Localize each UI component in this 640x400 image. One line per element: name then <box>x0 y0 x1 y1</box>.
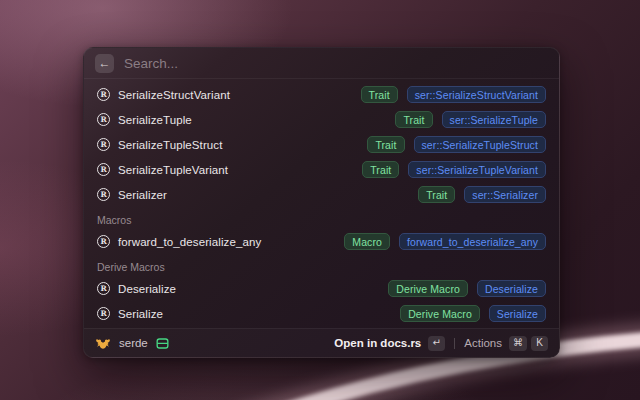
rust-logo-icon: R <box>97 307 110 320</box>
rust-logo-icon: R <box>97 188 110 201</box>
kind-badge: Trait <box>395 111 432 128</box>
result-row[interactable]: R SerializeStructVariant Trait ser::Seri… <box>84 82 559 107</box>
actions-shortcut-keys: ⌘K <box>509 336 548 351</box>
footer-actions: Open in docs.rs ↵ Actions ⌘K <box>334 336 548 351</box>
kind-badge: Derive Macro <box>400 305 480 322</box>
path-badge: ser::Serializer <box>464 186 546 203</box>
path-badge: ser::SerializeTupleStruct <box>414 136 547 153</box>
result-row[interactable]: R Serialize Derive Macro Serialize <box>84 301 559 326</box>
footer-bar: serde Open in docs.rs ↵ Actions ⌘K <box>84 328 559 357</box>
badge-group: Macro forward_to_deserialize_any <box>344 233 546 250</box>
badge-group: Trait ser::SerializeStructVariant <box>361 86 546 103</box>
path-badge: ser::SerializeTupleVariant <box>408 161 546 178</box>
badge-group: Trait ser::SerializeTupleVariant <box>362 161 546 178</box>
result-name: SerializeTupleVariant <box>118 164 228 176</box>
kind-badge: Trait <box>362 161 399 178</box>
result-name: Serialize <box>118 308 163 320</box>
kind-badge: Derive Macro <box>388 280 468 297</box>
result-row[interactable]: R Serializer Trait ser::Serializer <box>84 182 559 207</box>
rust-logo-icon: R <box>97 138 110 151</box>
kind-badge: Trait <box>418 186 455 203</box>
result-name: forward_to_deserialize_any <box>118 236 261 248</box>
rust-logo-icon: R <box>97 113 110 126</box>
back-button[interactable]: ← <box>95 54 114 73</box>
enter-key-icon: ↵ <box>428 336 445 351</box>
kind-badge: Trait <box>367 136 404 153</box>
result-name: SerializeTuple <box>118 114 192 126</box>
result-row[interactable]: R SerializeTupleVariant Trait ser::Seria… <box>84 157 559 182</box>
ferris-crab-icon <box>95 337 111 350</box>
path-badge: ser::SerializeTuple <box>442 111 546 128</box>
open-in-docs-action[interactable]: Open in docs.rs <box>334 337 421 349</box>
result-name: Deserialize <box>118 283 176 295</box>
result-row[interactable]: R SerializeTuple Trait ser::SerializeTup… <box>84 107 559 132</box>
badge-group: Trait ser::SerializeTupleStruct <box>367 136 546 153</box>
badge-group: Derive Macro Serialize <box>400 305 546 322</box>
results-list: R SerializeStructVariant Trait ser::Seri… <box>84 79 559 328</box>
actions-menu-button[interactable]: Actions <box>464 337 502 349</box>
crate-name: serde <box>119 337 148 349</box>
path-badge: ser::SerializeStructVariant <box>407 86 546 103</box>
command-palette-window: ← R SerializeStructVariant Trait ser::Se… <box>83 47 560 358</box>
shortcut-keycap: ⌘ <box>509 336 527 351</box>
path-badge: Serialize <box>489 305 546 322</box>
search-header: ← <box>84 48 559 78</box>
kind-badge: Trait <box>361 86 398 103</box>
section-header: Derive Macros <box>84 254 559 276</box>
result-name: SerializeStructVariant <box>118 89 230 101</box>
badge-group: Trait ser::SerializeTuple <box>395 111 546 128</box>
path-badge: Deserialize <box>477 280 546 297</box>
result-name: Serializer <box>118 189 167 201</box>
footer-separator <box>454 338 455 349</box>
result-name: SerializeTupleStruct <box>118 139 222 151</box>
rust-logo-icon: R <box>97 235 110 248</box>
result-row[interactable]: R SerializeTupleStruct Trait ser::Serial… <box>84 132 559 157</box>
crate-box-icon <box>156 338 169 349</box>
path-badge: forward_to_deserialize_any <box>399 233 546 250</box>
rust-logo-icon: R <box>97 282 110 295</box>
shortcut-keycap: K <box>531 336 548 351</box>
section-header: Macros <box>84 207 559 229</box>
badge-group: Derive Macro Deserialize <box>388 280 546 297</box>
result-row[interactable]: R Deserialize Derive Macro Deserialize <box>84 276 559 301</box>
rust-logo-icon: R <box>97 163 110 176</box>
search-input[interactable] <box>124 56 548 71</box>
rust-logo-icon: R <box>97 88 110 101</box>
badge-group: Trait ser::Serializer <box>418 186 546 203</box>
result-row[interactable]: R forward_to_deserialize_any Macro forwa… <box>84 229 559 254</box>
back-arrow-icon: ← <box>99 57 111 69</box>
kind-badge: Macro <box>344 233 390 250</box>
